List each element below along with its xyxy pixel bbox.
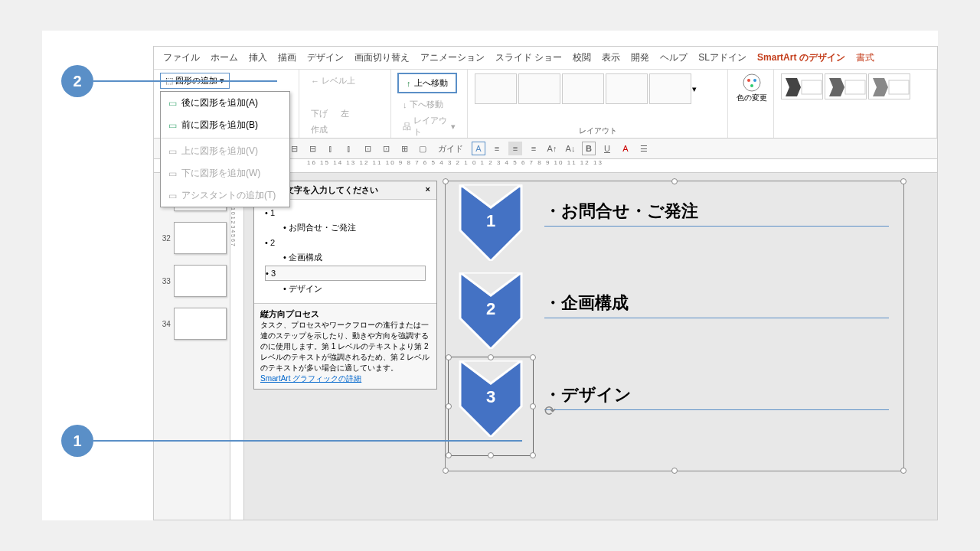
align-center-icon[interactable]: ≡	[508, 142, 522, 155]
menu-insert[interactable]: 挿入	[249, 51, 267, 64]
menu-home[interactable]: ホーム	[211, 51, 238, 64]
arrow-up-icon: ↑	[407, 79, 411, 88]
tp-item[interactable]: • 企画構成	[265, 249, 426, 266]
menu-animation[interactable]: アニメーション	[420, 51, 485, 64]
tb-icon-13[interactable]: ⊡	[379, 142, 393, 155]
menu-add-before[interactable]: ▭前に図形を追加(B)	[161, 114, 289, 136]
menu-draw[interactable]: 描画	[278, 51, 296, 64]
add-assistant-icon: ▭	[168, 191, 177, 201]
svg-point-1	[747, 79, 750, 82]
layout-option-2[interactable]	[518, 73, 560, 104]
add-shape-menu: ▭後に図形を追加(A) ▭前に図形を追加(B) ▭上に図形を追加(V) ▭下に図…	[160, 91, 290, 207]
level-down-button: 下げ	[305, 106, 333, 122]
add-below-icon: ▭	[168, 168, 177, 179]
menu-help[interactable]: ヘルプ	[660, 51, 688, 64]
tb-icon-15[interactable]: ▢	[416, 142, 430, 155]
tp-item[interactable]: • デザイン	[265, 281, 426, 297]
move-up-button[interactable]: ↑ 上へ移動	[397, 73, 457, 93]
tb-icon-14[interactable]: ⊞	[397, 142, 411, 155]
slide-thumbnails: 31 32 33 34	[154, 173, 230, 520]
tp-item[interactable]: • 2	[265, 236, 426, 249]
menu-view[interactable]: 表示	[602, 51, 620, 64]
level-up-button: ← レベル上	[305, 73, 361, 89]
chevron-1[interactable]: 1	[452, 184, 529, 261]
layout-option-1[interactable]	[475, 73, 517, 104]
tp-item[interactable]: • 1	[265, 206, 426, 220]
tp-item-selected[interactable]: • 3	[265, 266, 426, 281]
create-button: 作成	[305, 122, 333, 138]
tb-icon-11[interactable]: ⫿	[342, 142, 356, 155]
menu-format[interactable]: 書式	[856, 51, 874, 64]
thumb-num: 34	[157, 320, 171, 328]
style-option-2[interactable]	[825, 73, 867, 99]
slide-thumb-33[interactable]	[174, 265, 227, 297]
layout-option-4[interactable]	[606, 73, 648, 104]
bullets-icon[interactable]: ☰	[637, 142, 651, 155]
menubar: ファイル ホーム 挿入 描画 デザイン 画面切り替え アニメーション スライド …	[154, 47, 937, 70]
font-decrease-icon[interactable]: A↓	[564, 142, 577, 155]
left-button: 左	[335, 106, 354, 122]
textbox-icon[interactable]: A	[472, 142, 485, 155]
font-increase-icon[interactable]: A↑	[545, 142, 559, 155]
callout-2: 2	[61, 65, 93, 97]
menu-developer[interactable]: 開発	[631, 51, 649, 64]
svg-rect-6	[889, 80, 909, 94]
style-option-1[interactable]	[781, 73, 823, 99]
change-colors-button[interactable]: 色の変更	[734, 73, 769, 103]
tp-item[interactable]: • お問合せ・ご発注	[265, 220, 426, 236]
svg-point-0	[743, 74, 760, 91]
style-option-3[interactable]	[868, 73, 910, 99]
svg-rect-4	[802, 80, 822, 94]
underline-icon[interactable]: U	[600, 142, 614, 155]
textpane-close-icon[interactable]: ×	[426, 184, 430, 196]
layout-more-icon[interactable]: ▾	[692, 84, 697, 94]
layout-button: 品 レイアウト ▾	[397, 112, 461, 140]
layout-group-label: レイアウト	[468, 126, 727, 136]
move-down-button: ↓ 下へ移動	[397, 96, 449, 112]
tb-icon-10[interactable]: ⫿	[324, 142, 338, 155]
slide-thumb-32[interactable]	[174, 222, 227, 254]
app-window: ファイル ホーム 挿入 描画 デザイン 画面切り替え アニメーション スライド …	[153, 46, 938, 520]
thumb-num: 32	[157, 234, 171, 243]
smartart-text-pane: ここに文字を入力してください × • 1 • お問合せ・ご発注 • 2 • 企画…	[253, 181, 437, 390]
textpane-body[interactable]: • 1 • お問合せ・ご発注 • 2 • 企画構成 • 3 • デザイン	[254, 200, 436, 303]
smartart-label-1[interactable]: ・お問合せ・ご発注	[544, 196, 889, 227]
add-before-icon: ▭	[168, 120, 177, 131]
menu-transition[interactable]: 画面切り替え	[354, 51, 410, 64]
font-color-icon[interactable]: A	[619, 142, 632, 155]
layout-option-3[interactable]	[562, 73, 604, 104]
bold-icon[interactable]: B	[582, 142, 596, 155]
tb-icon-12[interactable]: ⊡	[361, 142, 374, 155]
align-left-icon[interactable]: ≡	[490, 142, 504, 155]
menu-smartart-design[interactable]: SmartArt のデザイン	[757, 51, 845, 64]
svg-point-2	[753, 79, 756, 82]
chevron-2[interactable]: 2	[452, 272, 529, 349]
workspace: 31 32 33 34 7 6 5 4 3 2 1 0 1 2 3 4 5 6 …	[154, 173, 937, 520]
menu-file[interactable]: ファイル	[163, 51, 200, 64]
menu-sladdin[interactable]: SLアドイン	[698, 51, 746, 64]
menu-add-above: ▭上に図形を追加(V)	[161, 140, 289, 162]
smartart-label-3[interactable]: ・デザイン	[544, 380, 889, 410]
textpane-description: 縦方向プロセス タスク、プロセスやワークフローの進行または一連のステップを示した…	[254, 303, 436, 389]
slide-thumb-34[interactable]	[174, 308, 227, 340]
guide-button[interactable]: ガイド	[434, 142, 467, 155]
menu-slideshow[interactable]: スライド ショー	[495, 51, 562, 64]
add-after-icon: ▭	[168, 98, 177, 109]
menu-design[interactable]: デザイン	[307, 51, 344, 64]
smartart-details-link[interactable]: SmartArt グラフィックの詳細	[260, 374, 361, 383]
vertical-ruler: 7 6 5 4 3 2 1 0 1 2 3 4 5 6 7	[230, 173, 244, 520]
menu-review[interactable]: 校閲	[573, 51, 591, 64]
align-right-icon[interactable]: ≡	[527, 142, 541, 155]
svg-point-3	[750, 84, 753, 87]
format-options-icon[interactable]: ⟳	[544, 403, 556, 419]
svg-rect-5	[845, 80, 865, 94]
menu-add-assistant: ▭アシスタントの追加(T)	[161, 184, 289, 207]
menu-add-after[interactable]: ▭後に図形を追加(A)	[161, 92, 289, 114]
tb-icon-9[interactable]: ⊟	[305, 142, 319, 155]
palette-icon	[742, 73, 762, 93]
layout-option-5[interactable]	[649, 73, 691, 104]
add-above-icon: ▭	[168, 146, 177, 157]
slide-canvas[interactable]: 7 6 5 4 3 2 1 0 1 2 3 4 5 6 7 ここに文字を入力して…	[230, 173, 937, 520]
callout-2-line	[93, 80, 277, 82]
smartart-label-2[interactable]: ・企画構成	[544, 288, 889, 318]
